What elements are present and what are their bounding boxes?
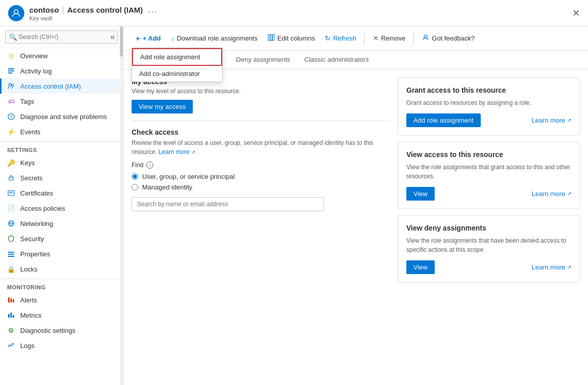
add-co-admin-item[interactable]: Add co-administrator bbox=[132, 66, 222, 82]
search-icon: 🔍 bbox=[9, 33, 17, 41]
view-access-card-footer: View Learn more ↗ bbox=[406, 187, 571, 201]
sidebar-label-security: Security bbox=[20, 235, 44, 243]
tags-icon: 🏷 bbox=[7, 97, 15, 105]
properties-icon bbox=[7, 250, 15, 258]
radio-user-group[interactable]: User, group, or service principal bbox=[132, 173, 390, 180]
feedback-button[interactable]: Got feedback? bbox=[418, 31, 479, 45]
download-button[interactable]: ↓ Download role assignments bbox=[167, 32, 262, 45]
events-icon: ⚡ bbox=[7, 128, 15, 136]
view-deny-card-title: View deny assignments bbox=[406, 224, 571, 232]
svg-rect-26 bbox=[270, 34, 272, 41]
find-info-icon[interactable]: i bbox=[146, 162, 153, 169]
my-access-section: My access View my level of access to thi… bbox=[132, 78, 390, 113]
svg-rect-17 bbox=[8, 254, 14, 255]
sidebar-label-diagnostic-settings: Diagnostic settings bbox=[20, 327, 75, 334]
svg-rect-25 bbox=[268, 34, 270, 41]
sidebar-item-keys[interactable]: 🔑 Keys bbox=[0, 155, 123, 170]
view-deny-learn-more-link[interactable]: Learn more bbox=[532, 263, 565, 271]
feedback-label: Got feedback? bbox=[432, 34, 475, 42]
monitoring-section-title: Monitoring bbox=[0, 279, 123, 292]
download-label: Download role assignments bbox=[177, 34, 258, 42]
toolbar-separator-1 bbox=[364, 33, 365, 44]
view-access-learn-more-link[interactable]: Learn more bbox=[532, 190, 565, 198]
sidebar-item-networking[interactable]: Networking bbox=[0, 216, 123, 231]
view-deny-button[interactable]: View bbox=[406, 260, 435, 274]
sidebar-item-overview[interactable]: ⊙ Overview bbox=[0, 48, 123, 63]
sidebar-item-logs[interactable]: Logs bbox=[0, 338, 123, 353]
sidebar-item-events[interactable]: ⚡ Events bbox=[0, 124, 123, 139]
add-role-assignment-card-button[interactable]: Add role assignment bbox=[406, 113, 481, 127]
grant-access-card-desc: Grant access to resources by assigning a… bbox=[406, 98, 571, 107]
sidebar-item-metrics[interactable]: Metrics bbox=[0, 307, 123, 323]
radio-user-group-label: User, group, or service principal bbox=[142, 173, 235, 180]
find-label: Find bbox=[132, 162, 143, 169]
sidebar-label-logs: Logs bbox=[20, 342, 34, 350]
sidebar-item-locks[interactable]: 🔒 Locks bbox=[0, 261, 123, 277]
svg-rect-22 bbox=[8, 314, 10, 318]
edit-columns-button[interactable]: Edit columns bbox=[264, 31, 319, 45]
sidebar-label-diagnose: Diagnose and solve problems bbox=[20, 113, 107, 121]
certificates-icon bbox=[7, 189, 15, 197]
tab-deny-assignments[interactable]: Deny assignments bbox=[229, 51, 298, 69]
sidebar-label-secrets: Secrets bbox=[20, 174, 43, 182]
svg-rect-21 bbox=[13, 299, 14, 302]
diagnostic-settings-icon: ⚙ bbox=[7, 326, 15, 334]
add-role-assignment-item[interactable]: Add role assignment bbox=[132, 48, 222, 66]
sidebar-item-activity-log[interactable]: Activity log bbox=[0, 63, 123, 79]
radio-managed-identity-input[interactable] bbox=[132, 184, 138, 190]
collapse-sidebar-button[interactable]: « bbox=[110, 32, 115, 42]
sidebar-label-locks: Locks bbox=[20, 265, 37, 273]
view-deny-card-footer: View Learn more ↗ bbox=[406, 260, 571, 274]
sidebar-item-alerts[interactable]: Alerts bbox=[0, 292, 123, 307]
sidebar-item-certificates[interactable]: Certificates bbox=[0, 185, 123, 201]
sidebar: 🔍 « ⊙ Overview Activity log bbox=[0, 26, 123, 385]
settings-section-title: Settings bbox=[0, 141, 123, 155]
radio-managed-identity[interactable]: Managed identity bbox=[132, 183, 390, 191]
sidebar-label-networking: Networking bbox=[20, 220, 53, 227]
sidebar-label-certificates: Certificates bbox=[20, 189, 53, 197]
add-icon: + bbox=[136, 34, 140, 43]
sidebar-label-metrics: Metrics bbox=[20, 312, 41, 319]
activity-log-icon bbox=[7, 67, 15, 75]
toolbar: + + Add ↓ Download role assignments Edit… bbox=[123, 26, 588, 51]
view-access-card-title: View access to this resource bbox=[406, 150, 571, 159]
view-access-card-desc: View the role assignments that grant acc… bbox=[406, 163, 571, 181]
top-header: contoso | Access control (IAM) ... Key v… bbox=[0, 0, 588, 26]
view-my-access-button[interactable]: View my access bbox=[132, 100, 193, 113]
tab-classic-administrators[interactable]: Classic administrators bbox=[298, 51, 376, 69]
search-input[interactable] bbox=[5, 30, 118, 44]
feedback-icon bbox=[422, 34, 429, 43]
add-button[interactable]: + + Add bbox=[132, 31, 165, 45]
view-access-button[interactable]: View bbox=[406, 187, 435, 201]
remove-button[interactable]: ✕ Remove bbox=[369, 32, 409, 45]
diagnose-icon bbox=[7, 112, 15, 121]
sidebar-item-properties[interactable]: Properties bbox=[0, 246, 123, 261]
sidebar-item-security[interactable]: Security bbox=[0, 231, 123, 246]
sidebar-item-access-policies[interactable]: 📄 Access policies bbox=[0, 201, 123, 216]
grant-access-learn-more-link[interactable]: Learn more bbox=[532, 117, 565, 124]
principal-search-input[interactable] bbox=[132, 197, 324, 211]
svg-point-8 bbox=[11, 118, 12, 119]
tab-classic-admin-label: Classic administrators bbox=[305, 56, 369, 63]
sidebar-search-area: 🔍 « bbox=[0, 26, 123, 48]
sidebar-item-tags[interactable]: 🏷 Tags bbox=[0, 94, 123, 109]
radio-user-group-input[interactable] bbox=[132, 173, 138, 180]
remove-label: Remove bbox=[381, 34, 405, 42]
refresh-button[interactable]: ↻ Refresh bbox=[321, 32, 360, 45]
sidebar-nav: ⊙ Overview Activity log Access control (… bbox=[0, 48, 123, 353]
grant-access-card-footer: Add role assignment Learn more ↗ bbox=[406, 113, 571, 127]
sidebar-item-diagnostic-settings[interactable]: ⚙ Diagnostic settings bbox=[0, 323, 123, 338]
content-body: My access View my level of access to thi… bbox=[123, 69, 588, 297]
close-button[interactable]: ✕ bbox=[572, 8, 580, 19]
tab-deny-assignments-label: Deny assignments bbox=[236, 56, 290, 63]
sidebar-label-events: Events bbox=[20, 128, 40, 136]
sidebar-item-diagnose[interactable]: Diagnose and solve problems bbox=[0, 109, 123, 124]
header-more-btn[interactable]: ... bbox=[148, 6, 157, 15]
sidebar-item-secrets[interactable]: Secrets bbox=[0, 170, 123, 185]
access-policies-icon: 📄 bbox=[7, 204, 15, 212]
sidebar-item-access-control[interactable]: Access control (IAM) bbox=[0, 79, 123, 94]
logs-icon bbox=[7, 341, 15, 350]
check-access-learn-more-link[interactable]: Learn more bbox=[158, 148, 189, 156]
view-access-card: View access to this resource View the ro… bbox=[398, 142, 580, 209]
svg-rect-24 bbox=[13, 315, 14, 318]
